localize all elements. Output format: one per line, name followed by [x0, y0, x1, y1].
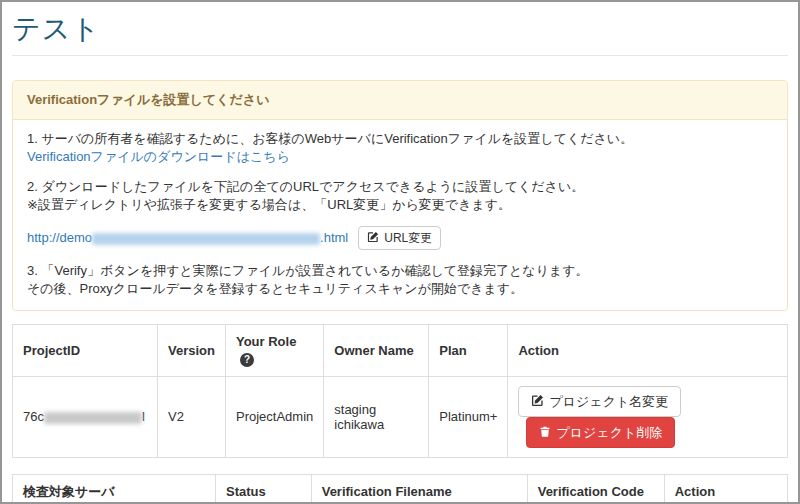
redacted-project-id [44, 412, 142, 424]
verification-instructions-panel: Verificationファイルを設置してください 1. サーバの所有者を確認す… [12, 80, 788, 311]
col-plan: Plan [429, 325, 508, 377]
col-status: Status [216, 474, 312, 504]
col-owner-name: Owner Name [324, 325, 429, 377]
project-id-cell: 76cl [13, 376, 158, 457]
url-prefix: http://demo [27, 230, 92, 245]
title-divider [12, 55, 788, 56]
verification-url-line: http://demo.html URL変更 [27, 226, 773, 250]
url-change-button[interactable]: URL変更 [358, 226, 441, 250]
col-project-id: ProjectID [13, 325, 158, 377]
url-change-label: URL変更 [384, 232, 432, 244]
col-version: Version [158, 325, 226, 377]
project-action-cell: プロジェクト名変更 プロジェクト削除 [508, 376, 788, 457]
edit-icon [531, 394, 544, 409]
project-table: ProjectID Version Your Role? Owner Name … [12, 324, 788, 458]
project-id-prefix: 76c [23, 409, 44, 424]
verification-url-link[interactable]: http://demo.html [27, 229, 348, 247]
help-icon[interactable]: ? [240, 353, 254, 367]
step3b-text: その後、Proxyクロールデータを登録するとセキュリティスキャンが開始できます。 [27, 281, 523, 296]
col-action: Action [508, 325, 788, 377]
step2-note-text: ※設置ディレクトリや拡張子を変更する場合は、「URL変更」から変更できます。 [27, 197, 511, 212]
project-id-suffix: l [142, 409, 145, 424]
project-table-row: 76cl V2 ProjectAdmin staging ichikawa Pl… [13, 376, 788, 457]
edit-icon [367, 231, 379, 245]
col-server-action: Action [664, 474, 787, 504]
url-suffix: .html [320, 230, 348, 245]
col-target-server: 検査対象サーバ [13, 474, 216, 504]
rename-project-button[interactable]: プロジェクト名変更 [518, 386, 681, 417]
version-cell: V2 [158, 376, 226, 457]
delete-project-label: プロジェクト削除 [556, 426, 662, 439]
owner-name-cell: staging ichikawa [324, 376, 429, 457]
your-role-cell: ProjectAdmin [225, 376, 323, 457]
server-table-header-row: 検査対象サーバ Status Verification Filename Ver… [13, 474, 788, 504]
panel-body: 1. サーバの所有者を確認するために、お客様のWebサーバにVerificati… [13, 120, 787, 310]
step1-paragraph: 1. サーバの所有者を確認するために、お客様のWebサーバにVerificati… [27, 130, 773, 166]
step3-paragraph: 3. 「Verify」ボタンを押すと実際にファイルが設置されているか確認して登録… [27, 262, 773, 298]
step2-text: 2. ダウンロードしたファイルを下記の全てのURLでアクセスできるように設置して… [27, 179, 584, 194]
rename-project-label: プロジェクト名変更 [549, 395, 668, 408]
step1-text: 1. サーバの所有者を確認するために、お客様のWebサーバにVerificati… [27, 131, 633, 146]
col-verification-filename: Verification Filename [311, 474, 527, 504]
step2-paragraph: 2. ダウンロードしたファイルを下記の全てのURLでアクセスできるように設置して… [27, 178, 773, 214]
col-your-role: Your Role? [225, 325, 323, 377]
panel-heading: Verificationファイルを設置してください [13, 81, 787, 120]
your-role-label: Your Role [236, 334, 296, 349]
page-title: テスト [12, 10, 788, 48]
project-table-header-row: ProjectID Version Your Role? Owner Name … [13, 325, 788, 377]
server-table: 検査対象サーバ Status Verification Filename Ver… [12, 474, 788, 504]
redacted-url [92, 233, 320, 245]
step3-text: 3. 「Verify」ボタンを押すと実際にファイルが設置されているか確認して登録… [27, 263, 589, 278]
plan-cell: Platinum+ [429, 376, 508, 457]
verification-download-link[interactable]: Verificationファイルのダウンロードはこちら [27, 149, 290, 164]
page-content: テスト Verificationファイルを設置してください 1. サーバの所有者… [2, 2, 798, 504]
delete-project-button[interactable]: プロジェクト削除 [526, 417, 675, 448]
trash-icon [539, 425, 551, 440]
col-verification-code: Verification Code [527, 474, 664, 504]
